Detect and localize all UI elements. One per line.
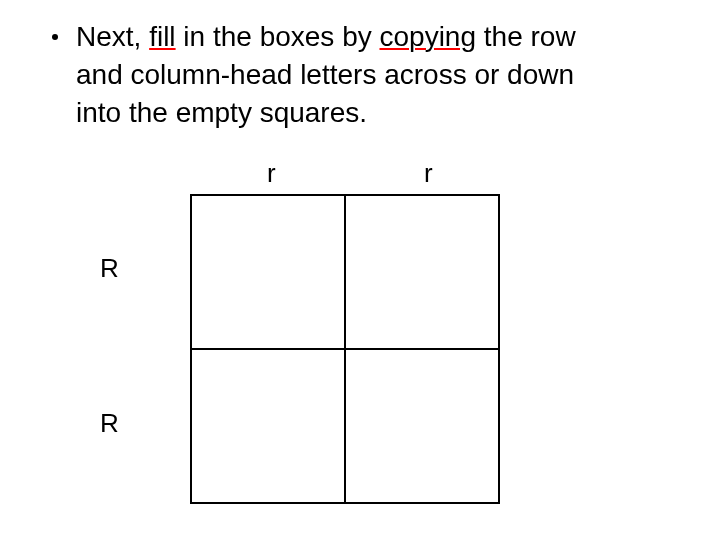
bullet-dot-icon <box>52 34 58 40</box>
text-copying-underlined: copying <box>380 21 477 52</box>
text-line3: into the empty squares. <box>76 94 652 132</box>
text-mid1: in the boxes by <box>176 21 380 52</box>
punnett-grid <box>190 194 500 504</box>
text-pre1: Next, <box>76 21 149 52</box>
text-line2: and column-head letters across or down <box>76 56 652 94</box>
row-header-2: R <box>100 408 119 439</box>
column-header-2: r <box>424 158 433 189</box>
bullet-row: Next, fill in the boxes by copying the r… <box>52 18 652 131</box>
column-header-1: r <box>267 158 276 189</box>
column-headers: r r <box>130 158 590 194</box>
row-header-1: R <box>100 253 119 284</box>
punnett-square: r r R R <box>130 158 590 504</box>
text-fill-underlined: fill <box>149 21 175 52</box>
slide: Next, fill in the boxes by copying the r… <box>0 0 720 540</box>
text-post1: the row <box>476 21 576 52</box>
bullet-text: Next, fill in the boxes by copying the r… <box>76 18 652 131</box>
grid-horizontal-divider <box>192 348 498 350</box>
instruction-bullet: Next, fill in the boxes by copying the r… <box>52 18 652 131</box>
